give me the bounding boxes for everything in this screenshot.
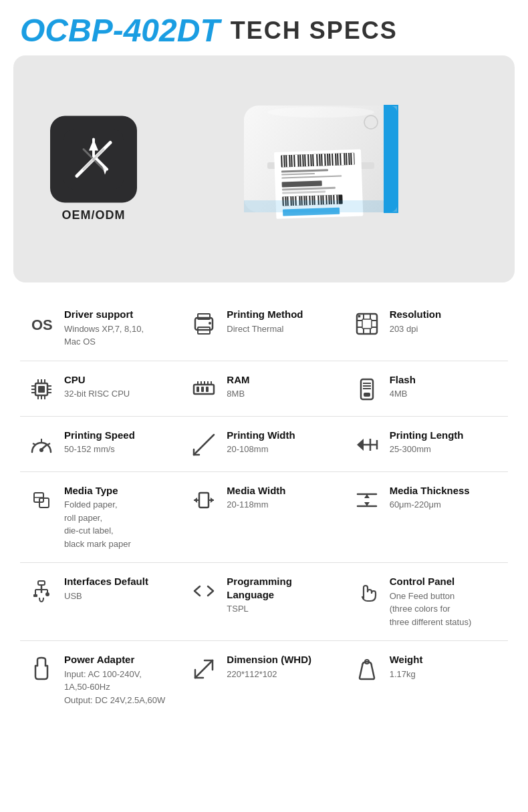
- hand-icon: [352, 576, 382, 606]
- svg-point-151: [45, 592, 49, 596]
- spec-value-flash: 4MB: [390, 387, 416, 401]
- specs-grid: OS Driver supportWindows XP,7, 8,10, Mac…: [0, 289, 528, 732]
- svg-rect-103: [38, 386, 45, 393]
- spec-title-printing-speed: Printing Speed: [64, 429, 135, 442]
- oem-compass-icon: [63, 130, 124, 190]
- spec-title-resolution: Resolution: [390, 308, 442, 321]
- ram-icon: [189, 375, 219, 404]
- spec-text-printing-method: Printing MethodDirect Thermal: [227, 308, 303, 335]
- svg-rect-28: [313, 154, 317, 166]
- spec-text-media-type: Media TypeFolded paper, roll paper, die-…: [64, 484, 131, 551]
- media-type-icon: [27, 485, 56, 515]
- spec-text-programming-language: Programming LanguageTSPL: [227, 575, 338, 616]
- svg-marker-126: [357, 439, 364, 451]
- svg-point-12: [364, 116, 378, 129]
- svg-rect-38: [341, 153, 344, 165]
- spec-text-ram: RAM8MB: [227, 373, 249, 401]
- spec-value-control-panel: One Feed button (three colors for three …: [390, 590, 472, 629]
- svg-rect-21: [295, 155, 298, 167]
- svg-rect-110: [196, 387, 199, 392]
- spec-text-resolution: Resolution203 dpi: [390, 308, 442, 335]
- spec-text-control-panel: Control PanelOne Feed button (three colo…: [390, 575, 472, 628]
- oem-icon-box: [50, 116, 137, 203]
- spec-item-programming-language: Programming LanguageTSPL: [182, 563, 345, 640]
- spec-title-cpu: CPU: [64, 373, 130, 387]
- svg-rect-42: [352, 153, 354, 165]
- spec-title-media-thickness: Media Thickness: [390, 484, 470, 497]
- spec-title-flash: Flash: [390, 373, 416, 387]
- svg-rect-134: [199, 493, 209, 508]
- svg-marker-136: [194, 497, 197, 503]
- spec-value-dimension: 220*112*102: [227, 668, 311, 681]
- svg-rect-150: [33, 594, 37, 597]
- printer-icon: [189, 309, 219, 339]
- spec-item-printing-length: Printing Length25-300mm: [346, 417, 508, 471]
- spec-value-ram: 8MB: [227, 387, 249, 401]
- spec-title-dimension: Dimension (WHD): [227, 653, 311, 666]
- svg-rect-112: [206, 387, 209, 392]
- spec-item-resolution: Resolution203 dpi: [346, 296, 508, 361]
- spec-item-media-width: Media Width20-118mm: [182, 472, 345, 563]
- width-icon: [189, 430, 219, 459]
- spec-title-power-adapter: Power Adapter: [64, 653, 165, 666]
- svg-point-77: [209, 322, 211, 325]
- spec-text-power-adapter: Power AdapterInput: AC 100-240V, 1A,50-6…: [64, 653, 165, 706]
- spec-value-media-thickness: 60μm-220μm: [390, 498, 470, 512]
- spec-value-cpu: 32-bit RISC CPU: [64, 387, 130, 401]
- flash-icon: [352, 375, 382, 404]
- oem-badge: OEM/ODM: [50, 116, 137, 222]
- spec-text-cpu: CPU32-bit RISC CPU: [64, 373, 130, 401]
- spec-title-printing-method: Printing Method: [227, 308, 303, 321]
- svg-rect-35: [333, 154, 336, 166]
- weight-icon: [352, 654, 382, 684]
- spec-item-media-type: Media TypeFolded paper, roll paper, die-…: [20, 472, 182, 563]
- svg-line-123: [194, 435, 214, 455]
- spec-text-interfaces: Interfaces DefaultUSB: [64, 575, 148, 602]
- svg-point-122: [39, 448, 43, 452]
- spec-value-printing-method: Direct Thermal: [227, 323, 303, 336]
- cpu-icon: [27, 375, 56, 404]
- svg-line-119: [33, 443, 35, 445]
- spec-text-media-width: Media Width20-118mm: [227, 484, 285, 512]
- spec-item-flash: Flash4MB: [346, 361, 508, 416]
- page-subtitle: TECH SPECS: [231, 17, 398, 45]
- svg-rect-145: [38, 581, 45, 585]
- spec-value-media-width: 20-118mm: [227, 498, 285, 512]
- svg-rect-87: [362, 319, 372, 329]
- media-width-icon: [189, 485, 219, 515]
- page-header: OCBP-402DT TECH SPECS: [0, 0, 528, 55]
- spec-title-programming-language: Programming Language: [227, 575, 338, 601]
- spec-title-media-width: Media Width: [227, 484, 285, 497]
- oem-label: OEM/ODM: [62, 208, 126, 222]
- svg-marker-138: [211, 497, 214, 503]
- spec-item-driver-support: OS Driver supportWindows XP,7, 8,10, Mac…: [20, 296, 182, 361]
- spec-title-control-panel: Control Panel: [390, 575, 472, 588]
- power-icon: [27, 654, 56, 684]
- spec-item-printing-method: Printing MethodDirect Thermal: [182, 296, 345, 361]
- spec-item-control-panel: Control PanelOne Feed button (three colo…: [346, 563, 508, 640]
- dimension-icon: [189, 654, 219, 684]
- spec-text-printing-length: Printing Length25-300mm: [390, 429, 464, 456]
- os-icon: OS: [27, 309, 56, 339]
- spec-item-cpu: CPU32-bit RISC CPU: [20, 361, 182, 416]
- spec-value-printing-speed: 50-152 mm/s: [64, 443, 135, 456]
- spec-item-weight: Weight1.17kg: [346, 641, 508, 719]
- svg-rect-117: [364, 393, 370, 397]
- svg-line-120: [47, 443, 50, 445]
- spec-value-programming-language: TSPL: [227, 602, 338, 616]
- spec-text-media-thickness: Media Thickness60μm-220μm: [390, 484, 470, 512]
- spec-title-interfaces: Interfaces Default: [64, 575, 148, 588]
- spec-item-ram: RAM8MB: [182, 361, 345, 416]
- printer-image-area: [164, 79, 418, 259]
- spec-value-media-type: Folded paper, roll paper, die-cut label,…: [64, 498, 131, 550]
- svg-rect-31: [322, 154, 325, 166]
- spec-text-weight: Weight1.17kg: [390, 653, 423, 680]
- spec-value-printing-length: 25-300mm: [390, 443, 464, 456]
- spec-item-power-adapter: Power AdapterInput: AC 100-240V, 1A,50-6…: [20, 641, 182, 719]
- spec-text-printing-width: Printing Width20-108mm: [227, 429, 295, 456]
- spec-item-dimension: Dimension (WHD)220*112*102: [182, 641, 345, 719]
- svg-text:OS: OS: [31, 317, 53, 333]
- spec-value-interfaces: USB: [64, 590, 148, 603]
- spec-item-printing-speed: Printing Speed50-152 mm/s: [20, 417, 182, 471]
- spec-item-printing-width: Printing Width20-108mm: [182, 417, 345, 471]
